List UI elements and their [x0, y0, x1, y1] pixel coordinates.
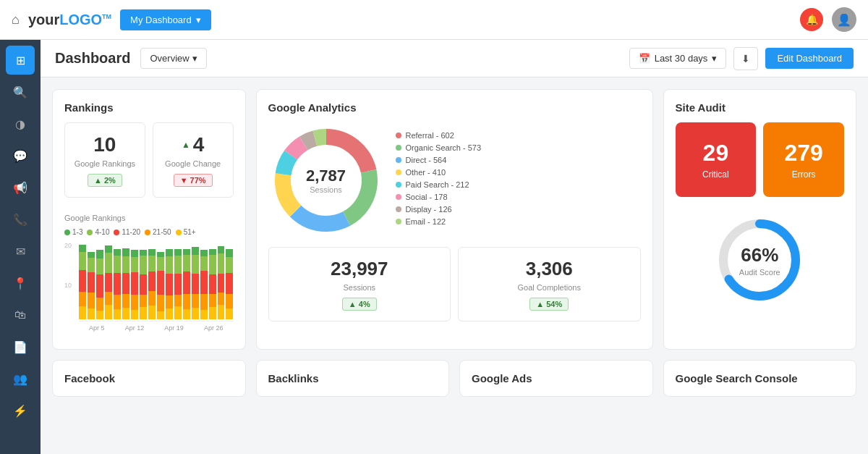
legend-paid: Paid Search - 212	[396, 180, 641, 189]
audit-score-label: Audit Score	[739, 268, 780, 277]
google-rankings-number: 10	[72, 133, 137, 156]
analytics-legend: Referral - 602 Organic Search - 573 Dire…	[396, 131, 641, 230]
donut-center: 2,787 Sessions	[306, 167, 346, 194]
audit-score-circle: 66% Audit Score	[712, 213, 807, 307]
bar-chart	[79, 242, 234, 321]
analytics-card: Google Analytics	[256, 89, 653, 350]
download-icon: ⬇	[741, 53, 750, 64]
legend-other: Other - 410	[396, 168, 641, 177]
legend-referral: Referral - 602	[396, 131, 641, 140]
google-change-stat: ▲ 4 Google Change ▼ 77%	[153, 122, 234, 198]
bar-group	[114, 249, 121, 319]
x-axis-labels: Apr 5 Apr 12 Apr 19 Apr 26	[79, 324, 234, 332]
legend-1-3: 1-3	[64, 228, 82, 236]
bar-group	[192, 247, 199, 319]
google-change-number: 4	[193, 133, 205, 156]
sidebar-item-broadcast[interactable]: 📢	[6, 173, 35, 202]
page-title: Dashboard	[55, 50, 130, 67]
calendar-icon: 📅	[639, 53, 650, 64]
google-change-badge: ▼ 77%	[174, 174, 213, 187]
chevron-down-icon: ▾	[712, 53, 717, 64]
chart-legend: 1-3 4-10 11-20 21-50 51+	[64, 228, 234, 236]
critical-box: 29 Critical	[676, 122, 757, 197]
bar-group	[183, 249, 190, 319]
legend-email: Email - 122	[396, 217, 641, 226]
donut-total: 2,787	[306, 167, 346, 185]
bar-group	[174, 249, 182, 319]
google-search-console-card: Google Search Console	[663, 360, 857, 397]
audit-card: Site Audit 29 Critical 279 Errors	[663, 89, 857, 350]
logo-area: ⌂ yourLOGOTM My Dashboard ▾	[12, 9, 211, 30]
goals-label: Goal Completions	[469, 283, 630, 292]
facebook-title: Facebook	[64, 372, 234, 384]
google-ads-title: Google Ads	[472, 372, 641, 384]
analytics-bottom: 23,997 Sessions ▲ 4% 3,306 Goal Completi…	[268, 247, 641, 321]
audit-score-percentage: 66%	[739, 244, 780, 266]
chevron-down-icon: ▾	[192, 53, 197, 64]
sub-header: Dashboard Overview ▾ 📅 Last 30 days ▾ ⬇ …	[41, 40, 868, 77]
sessions-stat: 23,997 Sessions ▲ 4%	[268, 247, 451, 321]
edit-dashboard-button[interactable]: Edit Dashboard	[765, 48, 854, 69]
bar-group	[226, 249, 233, 319]
bar-group	[88, 252, 95, 319]
x-label-apr26: Apr 26	[204, 324, 224, 332]
audit-title: Site Audit	[676, 101, 845, 114]
sidebar-item-phone[interactable]: 📞	[6, 205, 35, 234]
avatar[interactable]: 👤	[832, 7, 856, 32]
sidebar-item-analytics[interactable]: ◑	[6, 109, 35, 138]
google-change-label: Google Change	[161, 159, 226, 168]
notifications-icon[interactable]: 🔔	[800, 8, 823, 31]
goals-number: 3,306	[469, 258, 630, 280]
google-rankings-label: Google Rankings	[72, 159, 137, 168]
bar-group	[148, 249, 156, 319]
sessions-number: 23,997	[279, 258, 441, 280]
sidebar-item-shop[interactable]: 🛍	[6, 300, 35, 329]
sidebar-item-email[interactable]: ✉	[6, 237, 35, 266]
chart-title: Google Rankings	[64, 214, 234, 222]
bar-group	[122, 248, 129, 319]
x-label-apr12: Apr 12	[125, 324, 145, 332]
legend-organic: Organic Search - 573	[396, 143, 641, 152]
my-dashboard-button[interactable]: My Dashboard ▾	[120, 9, 211, 30]
x-label-apr5: Apr 5	[89, 324, 105, 332]
errors-number: 279	[770, 140, 837, 167]
download-button[interactable]: ⬇	[733, 47, 758, 70]
sessions-label: Sessions	[279, 283, 441, 292]
sidebar-item-location[interactable]: 📍	[6, 269, 35, 298]
sidebar-item-chat[interactable]: 💬	[6, 141, 35, 170]
logo: yourLOGOTM	[28, 12, 111, 28]
goals-stat: 3,306 Goal Completions ▲ 54%	[458, 247, 641, 321]
critical-label: Critical	[683, 169, 749, 180]
top-nav: ⌂ yourLOGOTM My Dashboard ▾ 🔔 👤	[0, 0, 868, 40]
errors-label: Errors	[770, 169, 837, 180]
bar-group	[79, 245, 86, 319]
legend-4-10: 4-10	[87, 228, 109, 236]
donut-area: 2,787 Sessions Referral - 602 Organic Se…	[268, 122, 641, 238]
errors-box: 279 Errors	[763, 122, 844, 197]
bar-group	[131, 250, 138, 319]
backlinks-title: Backlinks	[268, 372, 438, 384]
date-range-button[interactable]: 📅 Last 30 days ▾	[629, 48, 727, 69]
bar-group	[140, 250, 147, 319]
sidebar-item-settings[interactable]: ⚡	[6, 396, 35, 425]
sidebar: ⊞ 🔍 ◑ 💬 📢 📞 ✉ 📍 🛍 📄 👥 ⚡	[0, 40, 41, 454]
sidebar-item-home[interactable]: ⊞	[6, 46, 35, 75]
legend-11-20: 11-20	[114, 228, 140, 236]
overview-button[interactable]: Overview ▾	[140, 48, 206, 69]
legend-social: Social - 178	[396, 193, 641, 201]
donut-label: Sessions	[306, 185, 346, 194]
sidebar-item-users[interactable]: 👥	[6, 364, 35, 393]
google-ads-card: Google Ads	[459, 360, 653, 397]
dashboard-grid: Rankings 10 Google Rankings ▲ 2% ▲ 4 Goo…	[41, 77, 868, 408]
sidebar-item-document[interactable]: 📄	[6, 332, 35, 361]
rankings-title: Rankings	[64, 101, 234, 114]
nav-right: 🔔 👤	[800, 7, 856, 32]
facebook-card: Facebook	[52, 360, 246, 397]
donut-chart: 2,787 Sessions	[268, 122, 384, 238]
bar-group	[200, 250, 208, 319]
home-sidebar-icon: ⌂	[12, 12, 20, 28]
chevron-down-icon: ▾	[196, 14, 201, 25]
rankings-mini-cards: 10 Google Rankings ▲ 2% ▲ 4 Google Chang…	[64, 122, 234, 198]
gsc-title: Google Search Console	[676, 372, 845, 384]
sidebar-item-search[interactable]: 🔍	[6, 77, 35, 106]
